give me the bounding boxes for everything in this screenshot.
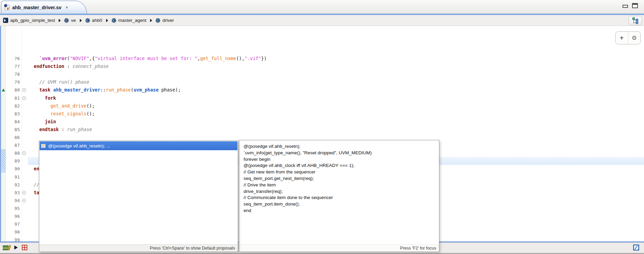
sv-file-icon: [3, 18, 8, 23]
code-line-85[interactable]: 85 endtask : run_phase: [1, 126, 644, 133]
breadcrumb-item-master_agent[interactable]: master_agent: [112, 18, 147, 23]
breadcrumb-separator-icon: [59, 19, 61, 22]
line-number[interactable]: 92: [6, 181, 21, 189]
line-number[interactable]: 80: [6, 86, 21, 94]
code-text: endtask : run_phase: [34, 126, 92, 133]
sv-file-doc-icon: [5, 5, 10, 10]
content-assist-proposals: @(posedge vif.ahb_resetn); ... Press 'Ct…: [39, 141, 238, 252]
fold-collapse-icon[interactable]: −: [22, 96, 26, 100]
proposal-label: @(posedge vif.ahb_resetn); ...: [48, 143, 110, 149]
fold-collapse-icon[interactable]: −: [22, 151, 26, 155]
preview-line: // Get new item from the sequencer: [244, 169, 435, 175]
fold-collapse-icon[interactable]: −: [22, 191, 26, 195]
preview-line: @(posedge vif.ahb_resetn);: [244, 143, 435, 150]
code-text: `uvm_error("NOVIF",{"virtual interface m…: [34, 55, 267, 62]
line-number[interactable]: 97: [6, 220, 21, 228]
code-text: task ahb_master_driver::run_phase(uvm_ph…: [34, 86, 181, 94]
editor-tab-bar: ahb_master_driver.sv ×: [0, 0, 644, 14]
proposal-selected-row[interactable]: @(posedge vif.ahb_resetn); ...: [40, 141, 237, 150]
breadcrumb: apb_gpio_simple_testveahb0master_agentdr…: [0, 15, 644, 26]
ide-window: ahb_master_driver.sv × apb_gpio_simple_t…: [0, 0, 644, 254]
line-number[interactable]: 82: [6, 102, 21, 110]
preview-line: forever begin: [244, 156, 435, 163]
code-text: join: [34, 118, 56, 126]
preview-line: seq_item_port.item_done();: [244, 201, 435, 208]
breadcrumb-separator-icon: [106, 19, 108, 22]
code-line-77[interactable]: 77endfunction : connect_phase: [1, 62, 644, 70]
tab-close-icon[interactable]: ×: [65, 5, 68, 10]
line-number[interactable]: 96: [6, 212, 21, 220]
fold-collapse-icon[interactable]: −: [22, 88, 26, 92]
line-number[interactable]: 99: [6, 236, 21, 241]
line-number[interactable]: 93: [6, 189, 21, 197]
line-number[interactable]: 79: [6, 78, 21, 86]
class-icon: [85, 18, 90, 23]
preview-line: `uvm_info(get_type_name(), "Reset droppe…: [244, 150, 435, 156]
template-proposal-icon: [41, 144, 46, 148]
code-text: endfunction : connect_phase: [34, 62, 108, 70]
minimize-button[interactable]: [623, 5, 628, 8]
tab-ahb-master-driver[interactable]: ahb_master_driver.sv ×: [1, 1, 87, 14]
preview-line: drive_transfer(req);: [244, 188, 435, 195]
settings-gear-icon[interactable]: ⚙: [628, 32, 641, 44]
line-number[interactable]: 88: [6, 149, 21, 157]
code-line-80[interactable]: 80− task ahb_master_driver::run_phase(uv…: [1, 86, 644, 94]
line-number[interactable]: 86: [6, 133, 21, 141]
code-line-79[interactable]: 79 // UVM run() phase: [1, 78, 644, 86]
breadcrumb-item-apb_gpio_simple_test[interactable]: apb_gpio_simple_test: [3, 18, 55, 23]
class-icon: [156, 18, 160, 23]
hierarchy-toggle-button[interactable]: [628, 16, 642, 25]
code-text: //: [34, 181, 39, 189]
editor-floating-toolbar: + ⚙: [615, 31, 641, 44]
code-line-78[interactable]: 78: [1, 70, 644, 78]
preview-line: @(posedge vif.ahb_clock iff vif.AHB_HREA…: [244, 163, 435, 169]
line-number[interactable]: 94: [6, 197, 21, 204]
line-number[interactable]: 89: [6, 157, 21, 165]
selection-range-marker: [1, 149, 6, 173]
line-number[interactable]: 90: [6, 165, 21, 173]
breadcrumb-label: driver: [162, 18, 174, 23]
library-icon[interactable]: [3, 245, 12, 251]
content-assist-preview: @(posedge vif.ahb_resetn);`uvm_info(get_…: [239, 140, 439, 252]
code-text: reset_signals();: [34, 110, 95, 118]
occurrence-arrow-marker[interactable]: [2, 88, 5, 91]
line-number[interactable]: 98: [6, 228, 21, 236]
preview-line: // Drive the item: [244, 182, 435, 188]
line-number[interactable]: 91: [6, 173, 21, 181]
line-number[interactable]: 95: [6, 204, 21, 212]
grid-icon[interactable]: [22, 245, 27, 250]
hierarchy-icon: [632, 17, 638, 24]
code-line-83[interactable]: 83 reset_signals();: [1, 110, 644, 118]
line-number[interactable]: 76: [6, 55, 21, 62]
line-number[interactable]: 84: [6, 118, 21, 126]
breadcrumb-label: ahb0: [92, 18, 102, 23]
line-number[interactable]: 81: [6, 94, 21, 102]
breadcrumb-separator-icon: [80, 19, 82, 22]
code-line-84[interactable]: 84 join: [1, 118, 644, 126]
line-number[interactable]: 77: [6, 62, 21, 70]
play-icon[interactable]: [14, 245, 18, 250]
breadcrumb-label: master_agent: [118, 18, 147, 23]
line-number[interactable]: 78: [6, 70, 21, 78]
line-number[interactable]: 85: [6, 126, 21, 133]
code-line-76[interactable]: 76 `uvm_error("NOVIF",{"virtual interfac…: [1, 55, 644, 62]
line-number[interactable]: 83: [6, 110, 21, 118]
code-line-82[interactable]: 82 get_and_drive();: [1, 102, 644, 110]
breadcrumb-item-driver[interactable]: driver: [156, 18, 174, 23]
maximize-button[interactable]: [632, 3, 638, 8]
fold-collapse-icon[interactable]: −: [22, 199, 26, 202]
preview-line: end: [244, 208, 435, 214]
breadcrumb-item-ve[interactable]: ve: [64, 18, 76, 23]
code-text: fork: [34, 94, 56, 102]
code-line-81[interactable]: 81− fork: [1, 94, 644, 102]
line-number[interactable]: 87: [6, 141, 21, 149]
code-text: en: [34, 165, 39, 173]
template-preview-text: @(posedge vif.ahb_resetn);`uvm_info(get_…: [239, 140, 439, 244]
add-button[interactable]: +: [616, 32, 628, 44]
breadcrumb-separator-icon: [150, 19, 152, 22]
code-text: ta: [34, 189, 39, 197]
proposals-footer: Press 'Ctrl+Space' to show Default propo…: [39, 244, 238, 252]
breadcrumb-item-ahb0[interactable]: ahb0: [85, 18, 102, 23]
breadcrumb-label: ve: [71, 18, 76, 23]
restore-icon[interactable]: [633, 244, 639, 251]
